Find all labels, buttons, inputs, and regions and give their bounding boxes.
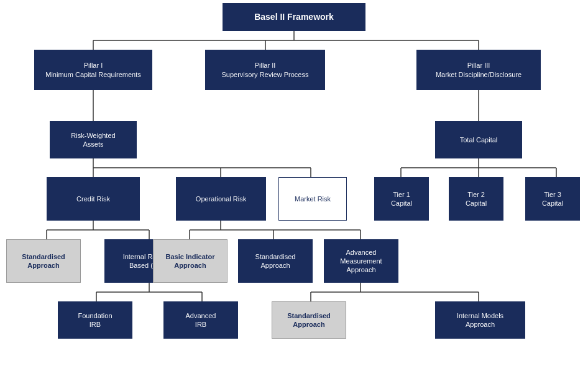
node-irb-foundation: FoundationIRB <box>58 301 132 339</box>
node-pillar2: Pillar IISupervisory Review Process <box>205 50 325 90</box>
node-op-ama: AdvancedMeasurementApproach <box>324 239 398 283</box>
node-cr-std: StandardisedApproach <box>6 239 81 283</box>
node-pillar1: Pillar IMinimum Capital Requirements <box>34 50 152 90</box>
node-ama-std: StandardisedApproach <box>272 301 346 339</box>
node-tier1: Tier 1Capital <box>374 177 429 221</box>
node-rwa: Risk-WeightedAssets <box>50 121 137 158</box>
node-pillar3: Pillar IIIMarket Discipline/Disclosure <box>416 50 541 90</box>
node-total-capital: Total Capital <box>435 121 522 158</box>
node-op-basic: Basic IndicatorApproach <box>153 239 227 283</box>
node-op-risk: Operational Risk <box>176 177 266 221</box>
diagram: Basel II Framework Pillar IMinimum Capit… <box>0 0 588 371</box>
node-tier2: Tier 2Capital <box>449 177 503 221</box>
node-irb-advanced: AdvancedIRB <box>163 301 238 339</box>
node-ama-ima: Internal ModelsApproach <box>435 301 525 339</box>
node-credit-risk: Credit Risk <box>47 177 140 221</box>
node-op-std: StandardisedApproach <box>238 239 313 283</box>
node-market-risk: Market Risk <box>278 177 347 221</box>
node-tier3: Tier 3Capital <box>525 177 580 221</box>
node-root: Basel II Framework <box>223 3 365 31</box>
